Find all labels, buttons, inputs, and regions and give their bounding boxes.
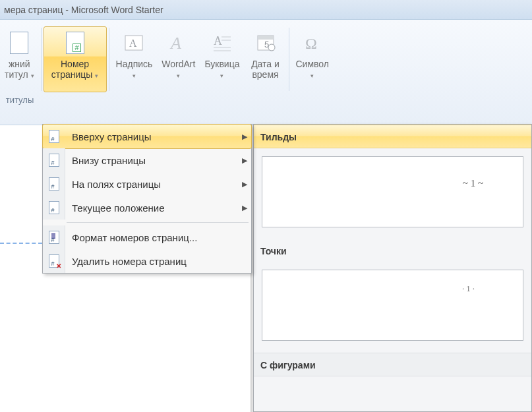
submenu-arrow-icon: ▶ — [238, 132, 251, 141]
menu-item-current-position[interactable]: Текущее положение ▶ — [43, 196, 251, 220]
drop-cap-label: Буквица — [204, 59, 239, 69]
wordart-button[interactable]: A WordArt ▾ — [157, 26, 200, 92]
footer-label-1: жний — [9, 59, 30, 69]
menu-item-format-numbers[interactable]: Формат номеров страниц... — [43, 225, 251, 249]
window-titlebar: мера страниц - Microsoft Word Starter — [0, 0, 532, 20]
svg-text:A: A — [214, 34, 222, 47]
page-current-icon — [49, 201, 59, 214]
group-label-headers-footers: титулы — [0, 95, 40, 105]
svg-text:A: A — [169, 34, 181, 53]
menu-item-label: Удалить номера страниц — [65, 256, 251, 267]
menu-separator — [67, 222, 249, 223]
page-number-icon — [62, 30, 88, 56]
date-time-icon: 5 — [252, 30, 279, 56]
page-number-menu: Вверху страницы ▶ Внизу страницы ▶ На по… — [42, 124, 252, 274]
submenu-arrow-icon: ▶ — [238, 204, 251, 212]
drop-cap-icon: A — [209, 30, 235, 56]
ribbon-group-labels: титулы — [0, 95, 532, 105]
gallery-category-dots: Точки — [254, 239, 531, 262]
text-box-icon: A — [121, 30, 147, 56]
format-numbers-icon — [49, 231, 59, 244]
tilde-sample-text: ~ 1 ~ — [463, 178, 483, 189]
dropdown-arrow-icon: ▾ — [31, 73, 34, 79]
dropdown-arrow-icon: ▾ — [220, 73, 223, 79]
drop-cap-button[interactable]: A Буквица ▾ — [200, 26, 244, 92]
dropdown-arrow-icon: ▾ — [95, 73, 98, 79]
footer-icon — [6, 30, 32, 56]
submenu-arrow-icon: ▶ — [238, 180, 251, 189]
ribbon: жний титул ▾ Номер страницы ▾ A Над — [0, 20, 532, 125]
dropdown-arrow-icon: ▾ — [310, 73, 314, 79]
page-number-label-1: Номер — [61, 59, 89, 69]
remove-numbers-icon — [49, 254, 59, 268]
page-number-label-2: страницы — [51, 69, 93, 80]
footer-label-2: титул — [5, 69, 28, 80]
menu-item-label: Внизу страницы — [65, 155, 238, 166]
symbol-label: Символ — [296, 59, 329, 69]
gallery-thumb-dots[interactable]: ·1· — [262, 270, 523, 341]
gallery-category-shapes: С фигурами — [254, 353, 531, 376]
menu-item-page-margins[interactable]: На полях страницы ▶ — [43, 172, 251, 196]
menu-item-label: Текущее положение — [65, 202, 238, 214]
date-time-label-1: Дата и — [251, 59, 280, 69]
menu-item-top-of-page[interactable]: Вверху страницы ▶ — [42, 124, 252, 149]
wordart-label: WordArt — [162, 59, 195, 69]
svg-text:A: A — [129, 38, 137, 49]
page-margins-icon — [49, 177, 59, 191]
page-top-icon — [49, 130, 59, 143]
menu-item-label: Вверху страницы — [65, 131, 238, 142]
dot-sample-text: ·1· — [462, 283, 477, 294]
date-time-button[interactable]: 5 Дата и время — [245, 26, 287, 92]
section-break-indicator — [0, 243, 42, 244]
ribbon-separator — [289, 28, 289, 91]
menu-item-label: Формат номеров страниц... — [65, 232, 251, 243]
svg-point-11 — [268, 44, 275, 51]
page-number-button[interactable]: Номер страницы ▾ — [44, 26, 107, 92]
submenu-arrow-icon: ▶ — [238, 156, 251, 165]
menu-item-remove-numbers[interactable]: Удалить номера страниц — [43, 249, 251, 273]
gallery-thumb-tildes[interactable]: ~ 1 ~ — [262, 156, 523, 227]
wordart-icon: A — [165, 30, 192, 56]
symbol-button[interactable]: Ω Символ ▾ — [291, 26, 334, 92]
dropdown-arrow-icon: ▾ — [177, 73, 180, 79]
footer-button[interactable]: жний титул ▾ — [0, 26, 39, 92]
page-bottom-icon — [49, 154, 59, 167]
dropdown-arrow-icon: ▾ — [133, 73, 136, 79]
svg-text:Ω: Ω — [305, 35, 317, 52]
menu-item-bottom-of-page[interactable]: Внизу страницы ▶ — [43, 148, 251, 172]
gallery-category-tildes: Тильды — [254, 125, 531, 148]
ribbon-separator — [109, 28, 109, 91]
symbol-icon: Ω — [299, 30, 326, 56]
text-box-label: Надпись — [116, 59, 153, 69]
date-time-label-2: время — [252, 69, 278, 80]
window-title-text: мера страниц - Microsoft Word Starter — [4, 5, 163, 15]
ribbon-separator — [41, 28, 42, 91]
text-box-button[interactable]: A Надпись ▾ — [111, 26, 158, 92]
menu-item-label: На полях страницы — [65, 179, 238, 190]
page-number-gallery: Тильды ~ 1 ~ Точки ·1· С фигурами — [253, 124, 532, 412]
